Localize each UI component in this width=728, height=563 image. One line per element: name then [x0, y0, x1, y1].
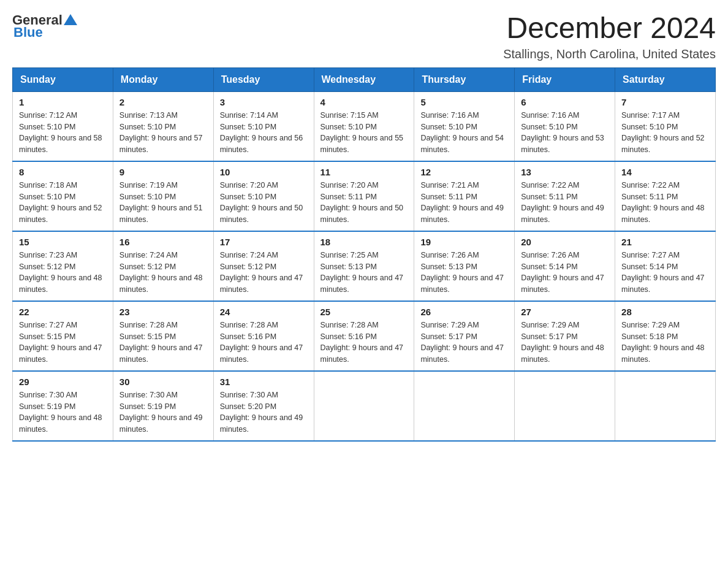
location-subtitle: Stallings, North Carolina, United States — [503, 47, 716, 61]
calendar-cell — [615, 371, 716, 441]
day-info: Sunrise: 7:24 AMSunset: 5:12 PMDaylight:… — [220, 251, 303, 294]
calendar-cell — [515, 371, 615, 441]
calendar-week-row: 8 Sunrise: 7:18 AMSunset: 5:10 PMDayligh… — [13, 161, 716, 231]
calendar-cell: 2 Sunrise: 7:13 AMSunset: 5:10 PMDayligh… — [113, 91, 213, 161]
header-tuesday: Tuesday — [213, 67, 314, 91]
header-monday: Monday — [113, 67, 213, 91]
day-info: Sunrise: 7:12 AMSunset: 5:10 PMDaylight:… — [19, 111, 102, 154]
day-number: 30 — [119, 377, 207, 387]
day-info: Sunrise: 7:17 AMSunset: 5:10 PMDaylight:… — [621, 111, 705, 154]
day-number: 21 — [621, 237, 709, 247]
calendar-cell: 3 Sunrise: 7:14 AMSunset: 5:10 PMDayligh… — [213, 91, 314, 161]
calendar-cell: 31 Sunrise: 7:30 AMSunset: 5:20 PMDaylig… — [213, 371, 314, 441]
day-number: 25 — [320, 307, 408, 317]
day-info: Sunrise: 7:27 AMSunset: 5:15 PMDaylight:… — [19, 321, 102, 364]
title-area: December 2024 Stallings, North Carolina,… — [503, 12, 716, 61]
day-number: 13 — [521, 167, 609, 177]
calendar-week-row: 1 Sunrise: 7:12 AMSunset: 5:10 PMDayligh… — [13, 91, 716, 161]
day-info: Sunrise: 7:29 AMSunset: 5:17 PMDaylight:… — [420, 321, 504, 364]
day-number: 9 — [119, 167, 207, 177]
day-info: Sunrise: 7:28 AMSunset: 5:15 PMDaylight:… — [119, 321, 203, 364]
day-info: Sunrise: 7:28 AMSunset: 5:16 PMDaylight:… — [320, 321, 404, 364]
calendar-cell: 11 Sunrise: 7:20 AMSunset: 5:11 PMDaylig… — [314, 161, 414, 231]
calendar-cell: 29 Sunrise: 7:30 AMSunset: 5:19 PMDaylig… — [13, 371, 113, 441]
header-friday: Friday — [515, 67, 615, 91]
calendar-header: Sunday Monday Tuesday Wednesday Thursday… — [13, 67, 716, 91]
day-info: Sunrise: 7:29 AMSunset: 5:17 PMDaylight:… — [521, 321, 604, 364]
calendar-cell: 22 Sunrise: 7:27 AMSunset: 5:15 PMDaylig… — [13, 301, 113, 371]
day-info: Sunrise: 7:25 AMSunset: 5:13 PMDaylight:… — [320, 251, 404, 294]
day-info: Sunrise: 7:30 AMSunset: 5:19 PMDaylight:… — [19, 391, 102, 434]
calendar-cell: 15 Sunrise: 7:23 AMSunset: 5:12 PMDaylig… — [13, 231, 113, 301]
logo: General Blue — [12, 12, 77, 40]
day-number: 18 — [320, 237, 408, 247]
day-info: Sunrise: 7:14 AMSunset: 5:10 PMDaylight:… — [220, 111, 303, 154]
calendar-cell: 13 Sunrise: 7:22 AMSunset: 5:11 PMDaylig… — [515, 161, 615, 231]
day-number: 7 — [621, 97, 709, 107]
month-title: December 2024 — [503, 12, 716, 45]
calendar-cell: 7 Sunrise: 7:17 AMSunset: 5:10 PMDayligh… — [615, 91, 716, 161]
calendar-week-row: 22 Sunrise: 7:27 AMSunset: 5:15 PMDaylig… — [13, 301, 716, 371]
day-number: 1 — [19, 97, 107, 107]
calendar-cell: 12 Sunrise: 7:21 AMSunset: 5:11 PMDaylig… — [414, 161, 515, 231]
calendar-cell: 27 Sunrise: 7:29 AMSunset: 5:17 PMDaylig… — [515, 301, 615, 371]
day-info: Sunrise: 7:28 AMSunset: 5:16 PMDaylight:… — [220, 321, 303, 364]
day-number: 6 — [521, 97, 609, 107]
day-info: Sunrise: 7:23 AMSunset: 5:12 PMDaylight:… — [19, 251, 102, 294]
day-number: 12 — [420, 167, 508, 177]
day-info: Sunrise: 7:20 AMSunset: 5:10 PMDaylight:… — [220, 181, 303, 224]
day-info: Sunrise: 7:30 AMSunset: 5:19 PMDaylight:… — [119, 391, 203, 434]
day-info: Sunrise: 7:20 AMSunset: 5:11 PMDaylight:… — [320, 181, 404, 224]
day-number: 11 — [320, 167, 408, 177]
calendar-cell: 17 Sunrise: 7:24 AMSunset: 5:12 PMDaylig… — [213, 231, 314, 301]
calendar-cell: 14 Sunrise: 7:22 AMSunset: 5:11 PMDaylig… — [615, 161, 716, 231]
day-number: 31 — [220, 377, 308, 387]
day-info: Sunrise: 7:30 AMSunset: 5:20 PMDaylight:… — [220, 391, 303, 434]
svg-marker-0 — [64, 14, 77, 25]
day-info: Sunrise: 7:24 AMSunset: 5:12 PMDaylight:… — [119, 251, 203, 294]
day-info: Sunrise: 7:27 AMSunset: 5:14 PMDaylight:… — [621, 251, 705, 294]
logo-text-blue: Blue — [13, 25, 43, 40]
day-number: 26 — [420, 307, 508, 317]
day-number: 19 — [420, 237, 508, 247]
calendar-cell: 5 Sunrise: 7:16 AMSunset: 5:10 PMDayligh… — [414, 91, 515, 161]
day-number: 23 — [119, 307, 207, 317]
day-info: Sunrise: 7:26 AMSunset: 5:13 PMDaylight:… — [420, 251, 504, 294]
calendar-cell: 9 Sunrise: 7:19 AMSunset: 5:10 PMDayligh… — [113, 161, 213, 231]
logo-triangle-icon — [64, 13, 77, 26]
day-number: 3 — [220, 97, 308, 107]
calendar-body: 1 Sunrise: 7:12 AMSunset: 5:10 PMDayligh… — [13, 91, 716, 441]
calendar-cell: 10 Sunrise: 7:20 AMSunset: 5:10 PMDaylig… — [213, 161, 314, 231]
calendar-cell: 21 Sunrise: 7:27 AMSunset: 5:14 PMDaylig… — [615, 231, 716, 301]
calendar-cell — [314, 371, 414, 441]
calendar-cell: 25 Sunrise: 7:28 AMSunset: 5:16 PMDaylig… — [314, 301, 414, 371]
calendar-cell: 8 Sunrise: 7:18 AMSunset: 5:10 PMDayligh… — [13, 161, 113, 231]
day-number: 15 — [19, 237, 107, 247]
calendar-week-row: 29 Sunrise: 7:30 AMSunset: 5:19 PMDaylig… — [13, 371, 716, 441]
day-number: 8 — [19, 167, 107, 177]
day-info: Sunrise: 7:16 AMSunset: 5:10 PMDaylight:… — [420, 111, 504, 154]
days-of-week-row: Sunday Monday Tuesday Wednesday Thursday… — [13, 67, 716, 91]
day-info: Sunrise: 7:22 AMSunset: 5:11 PMDaylight:… — [621, 181, 705, 224]
header-saturday: Saturday — [615, 67, 716, 91]
day-number: 16 — [119, 237, 207, 247]
day-info: Sunrise: 7:19 AMSunset: 5:10 PMDaylight:… — [119, 181, 203, 224]
calendar-cell: 16 Sunrise: 7:24 AMSunset: 5:12 PMDaylig… — [113, 231, 213, 301]
calendar-week-row: 15 Sunrise: 7:23 AMSunset: 5:12 PMDaylig… — [13, 231, 716, 301]
calendar-cell: 30 Sunrise: 7:30 AMSunset: 5:19 PMDaylig… — [113, 371, 213, 441]
day-info: Sunrise: 7:18 AMSunset: 5:10 PMDaylight:… — [19, 181, 102, 224]
calendar-cell: 19 Sunrise: 7:26 AMSunset: 5:13 PMDaylig… — [414, 231, 515, 301]
day-number: 22 — [19, 307, 107, 317]
calendar-cell: 18 Sunrise: 7:25 AMSunset: 5:13 PMDaylig… — [314, 231, 414, 301]
calendar-cell: 26 Sunrise: 7:29 AMSunset: 5:17 PMDaylig… — [414, 301, 515, 371]
day-info: Sunrise: 7:29 AMSunset: 5:18 PMDaylight:… — [621, 321, 705, 364]
day-info: Sunrise: 7:26 AMSunset: 5:14 PMDaylight:… — [521, 251, 604, 294]
day-number: 24 — [220, 307, 308, 317]
day-number: 20 — [521, 237, 609, 247]
calendar-table: Sunday Monday Tuesday Wednesday Thursday… — [12, 67, 716, 442]
day-number: 10 — [220, 167, 308, 177]
calendar-cell: 24 Sunrise: 7:28 AMSunset: 5:16 PMDaylig… — [213, 301, 314, 371]
calendar-cell: 1 Sunrise: 7:12 AMSunset: 5:10 PMDayligh… — [13, 91, 113, 161]
day-number: 14 — [621, 167, 709, 177]
calendar-cell: 20 Sunrise: 7:26 AMSunset: 5:14 PMDaylig… — [515, 231, 615, 301]
